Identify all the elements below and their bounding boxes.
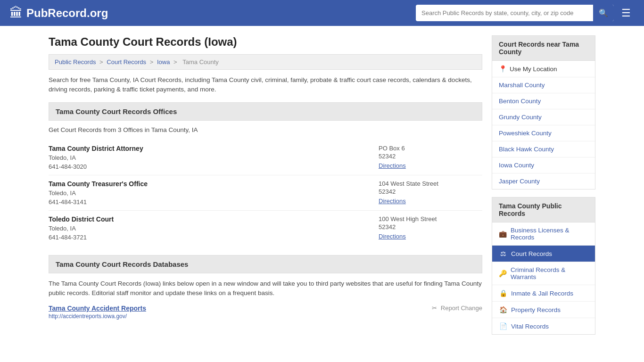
report-change-button[interactable]: ✂ Report Change [432, 304, 482, 312]
offices-section-header: Tama County Court Records Offices [49, 102, 482, 121]
county-label-4: Black Hawk County [499, 146, 554, 153]
office-name-1: Tama County District Attorney [49, 145, 369, 152]
logo-icon: 🏛 [9, 5, 23, 21]
page-title: Tama County Court Records (Iowa) [49, 35, 482, 49]
search-icon: 🔍 [599, 9, 608, 17]
main-container: Tama County Court Records (Iowa) Public … [39, 26, 605, 352]
nearby-county-4[interactable]: Black Hawk County [492, 141, 595, 157]
breadcrumb-sep-3: > [173, 58, 179, 66]
office-phone-1: 641-484-3020 [49, 163, 369, 170]
office-city-2: Toledo, IA [49, 189, 369, 197]
public-records-items: 💼 Business Licenses & Records ⚖ Court Re… [492, 222, 595, 335]
scales-icon: ⚖ [499, 250, 507, 257]
county-label-2: Grundy County [499, 114, 542, 121]
office-entry-2: Tama County Treasurer's Office Toledo, I… [49, 175, 482, 211]
public-item-label-3: Inmate & Jail Records [511, 290, 573, 297]
office-phone-2: 641-484-3141 [49, 198, 369, 206]
directions-link-1[interactable]: Directions [379, 162, 406, 169]
breadcrumb-sep-2: > [150, 58, 155, 66]
office-address-1: PO Box 6 [379, 145, 482, 152]
briefcase-icon: 💼 [499, 230, 507, 238]
db-entry-1: ✂ Report Change Tama County Accident Rep… [49, 304, 482, 320]
nearby-county-3[interactable]: Poweshiek County [492, 125, 595, 141]
office-right-1: PO Box 6 52342 Directions [379, 145, 482, 170]
office-zip-3: 52342 [379, 223, 482, 230]
office-zip-2: 52342 [379, 188, 482, 195]
logo-area[interactable]: 🏛 PubRecord.org [9, 5, 108, 21]
hamburger-icon: ☰ [621, 7, 631, 19]
house-icon: 🏠 [499, 306, 507, 313]
breadcrumb-public-records[interactable]: Public Records [55, 58, 96, 66]
report-icon: ✂ [432, 304, 437, 312]
public-records-item-0[interactable]: 💼 Business Licenses & Records [492, 222, 595, 246]
search-button[interactable]: 🔍 [593, 5, 614, 21]
office-zip-1: 52342 [379, 153, 482, 160]
db-url-1: http://accidentreports.iowa.gov/ [49, 313, 127, 320]
databases-section-header: Tama County Court Records Databases [49, 255, 482, 273]
office-right-3: 100 West High Street 52342 Directions [379, 215, 482, 241]
offices-count: Get Court Records from 3 Offices in Tama… [49, 126, 482, 133]
public-item-label-4: Property Records [511, 306, 561, 313]
nearby-county-2[interactable]: Grundy County [492, 109, 595, 125]
breadcrumb-court-records[interactable]: Court Records [107, 58, 146, 66]
public-records-item-3[interactable]: 🔒 Inmate & Jail Records [492, 285, 595, 302]
breadcrumb-tama-county: Tama County [182, 58, 219, 66]
nearby-header: Court Records near Tama County [492, 35, 595, 61]
public-records-item-2[interactable]: 🔑 Criminal Records & Warrants [492, 262, 595, 285]
databases-section: Tama County Court Records Databases The … [49, 255, 482, 320]
directions-link-3[interactable]: Directions [379, 233, 406, 240]
public-item-label-1: Court Records [511, 250, 552, 257]
office-phone-3: 641-484-3721 [49, 234, 369, 241]
public-item-label-2: Criminal Records & Warrants [511, 266, 588, 280]
public-item-label-0: Business Licenses & Records [511, 227, 588, 241]
office-city-1: Toledo, IA [49, 154, 369, 161]
public-records-header: Tama County Public Records [492, 197, 595, 222]
office-name-3: Toledo District Court [49, 215, 369, 223]
office-entry-3: Toledo District Court Toledo, IA 641-484… [49, 211, 482, 246]
county-label-3: Poweshiek County [499, 130, 552, 137]
breadcrumb-iowa[interactable]: Iowa [157, 58, 170, 66]
nearby-county-1[interactable]: Benton County [492, 93, 595, 109]
key-icon: 🔑 [499, 270, 507, 277]
use-location-label: Use My Location [510, 66, 557, 73]
databases-description: The Tama County Court Records (Iowa) lin… [49, 279, 482, 298]
db-title-1[interactable]: Tama County Accident Reports [49, 304, 146, 312]
office-left-1: Tama County District Attorney Toledo, IA… [49, 145, 369, 170]
nearby-county-0[interactable]: Marshall County [492, 77, 595, 93]
office-left-3: Toledo District Court Toledo, IA 641-484… [49, 215, 369, 241]
directions-link-2[interactable]: Directions [379, 197, 406, 205]
offices-section: Tama County Court Records Offices Get Co… [49, 102, 482, 246]
main-content: Tama County Court Records (Iowa) Public … [49, 35, 482, 342]
public-records-item-4[interactable]: 🏠 Property Records [492, 302, 595, 318]
search-input[interactable] [416, 6, 593, 20]
header-right: 🔍 ☰ [416, 5, 635, 21]
office-address-3: 100 West High Street [379, 215, 482, 222]
location-icon: 📍 [499, 65, 507, 73]
county-label-1: Benton County [499, 98, 541, 105]
public-records-item-1[interactable]: ⚖ Court Records [492, 246, 595, 262]
use-location-item[interactable]: 📍 Use My Location [492, 61, 595, 77]
logo-text: PubRecord.org [26, 7, 108, 20]
public-item-label-5: Vital Records [511, 323, 549, 330]
county-label-6: Jasper County [499, 178, 540, 185]
document-icon: 📄 [499, 322, 507, 330]
nearby-county-6[interactable]: Jasper County [492, 173, 595, 189]
site-header: 🏛 PubRecord.org 🔍 ☰ [0, 0, 644, 26]
office-entry-1: Tama County District Attorney Toledo, IA… [49, 140, 482, 175]
office-right-2: 104 West State Street 52342 Directions [379, 180, 482, 206]
lock-icon: 🔒 [499, 289, 507, 297]
breadcrumb-sep-1: > [99, 58, 105, 66]
office-city-3: Toledo, IA [49, 225, 369, 232]
page-description: Search for free Tama County, IA Court Re… [49, 75, 482, 95]
search-bar: 🔍 [416, 5, 614, 21]
breadcrumb: Public Records > Court Records > Iowa > … [49, 54, 482, 70]
office-address-2: 104 West State Street [379, 180, 482, 187]
public-records-item-5[interactable]: 📄 Vital Records [492, 318, 595, 334]
sidebar: Court Records near Tama County 📍 Use My … [492, 35, 595, 342]
report-change-label: Report Change [441, 304, 482, 312]
county-label-5: Iowa County [499, 162, 534, 169]
nearby-county-5[interactable]: Iowa County [492, 157, 595, 173]
menu-button[interactable]: ☰ [618, 5, 635, 21]
nearby-items: 📍 Use My Location Marshall County Benton… [492, 61, 595, 189]
office-left-2: Tama County Treasurer's Office Toledo, I… [49, 180, 369, 206]
